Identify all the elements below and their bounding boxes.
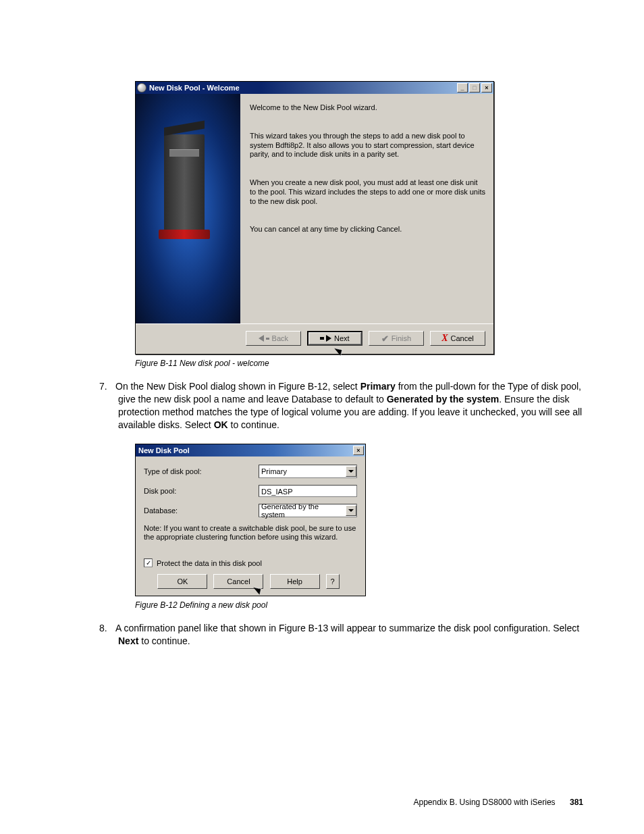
wizard-text-panel: Welcome to the New Disk Pool wizard. Thi… — [240, 94, 493, 323]
titlebar[interactable]: New Disk Pool - Welcome _ □ × — [136, 82, 493, 94]
close-button[interactable]: × — [353, 446, 364, 455]
note-text: Note: If you want to create a switchable… — [144, 524, 357, 543]
page-footer: Appendix B. Using DS8000 with iSeries 38… — [414, 798, 584, 807]
dialog-window: New Disk Pool × Type of disk pool: Prima… — [135, 444, 366, 597]
context-help-button[interactable]: ? — [326, 574, 340, 589]
list-number: 8. — [99, 622, 115, 635]
protect-label: Protect the data in this disk pool — [157, 559, 262, 567]
next-button[interactable]: Next — [307, 331, 363, 346]
type-dropdown[interactable]: Primary — [259, 465, 357, 478]
database-label: Database: — [144, 506, 259, 515]
step-text: 7.On the New Disk Pool dialog shown in F… — [118, 380, 583, 432]
titlebar[interactable]: New Disk Pool × — [136, 444, 365, 457]
finish-button[interactable]: ✔ Finish — [369, 331, 424, 346]
globe-icon — [137, 83, 146, 93]
wizard-text: Welcome to the New Disk Pool wizard. — [250, 103, 485, 113]
cancel-button[interactable]: X Cancel — [430, 331, 485, 346]
wizard-text: This wizard takes you through the steps … — [250, 132, 485, 159]
wizard-image-panel — [136, 94, 240, 323]
database-dropdown[interactable]: Generated by the system — [259, 504, 357, 517]
wizard-text: You can cancel at any time by clicking C… — [250, 225, 485, 234]
type-label: Type of disk pool: — [144, 467, 259, 475]
window-title: New Disk Pool — [137, 446, 190, 454]
window-title: New Disk Pool - Welcome — [149, 84, 240, 92]
minimize-button[interactable]: _ — [457, 83, 468, 93]
back-button[interactable]: Back — [246, 331, 301, 346]
protect-checkbox[interactable]: ✓ — [144, 558, 153, 567]
arrow-left-icon — [259, 335, 264, 342]
step-text: 8.A confirmation panel like that shown i… — [118, 622, 583, 648]
maximize-button[interactable]: □ — [469, 83, 480, 93]
arrow-right-icon — [326, 335, 331, 342]
chevron-down-icon[interactable] — [346, 505, 356, 516]
computer-tower-icon — [164, 134, 205, 232]
list-number: 7. — [99, 380, 115, 393]
figure-caption: Figure B-11 New disk pool - welcome — [135, 359, 583, 368]
help-button[interactable]: Help — [270, 574, 320, 589]
check-icon: ✔ — [381, 334, 389, 344]
close-button[interactable]: × — [481, 83, 492, 93]
figure-caption: Figure B-12 Defining a new disk pool — [135, 600, 583, 610]
x-icon: X — [441, 333, 448, 344]
wizard-window: New Disk Pool - Welcome _ □ × Welcome to… — [135, 81, 494, 355]
page-number: 381 — [570, 798, 583, 807]
chevron-down-icon[interactable] — [346, 466, 356, 477]
ok-button[interactable]: OK — [157, 574, 207, 589]
diskpool-label: Disk pool: — [144, 487, 259, 495]
wizard-button-bar: Back Next ✔ Finish X Cancel — [136, 323, 493, 354]
diskpool-input[interactable]: DS_IASP — [259, 485, 357, 497]
wizard-text: When you create a new disk pool, you mus… — [250, 178, 485, 206]
